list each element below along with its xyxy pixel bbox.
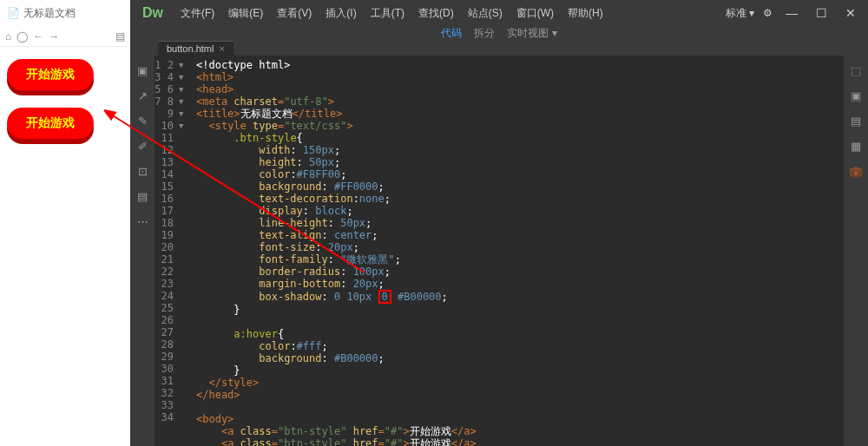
preview-panel: ⌂ ◯ ← → ▤ 开始游戏 开始游戏 — [0, 26, 130, 446]
menu-file[interactable]: 文件(F) — [175, 6, 220, 21]
file-tab-name: button.html — [167, 43, 214, 54]
menu-find[interactable]: 查找(D) — [413, 6, 459, 21]
code-content[interactable]: <!doctype html> <html> <head> <meta char… — [189, 56, 868, 446]
preview-button-1[interactable]: 开始游戏 — [7, 59, 94, 90]
code-area: 代码 拆分 实时视图 ▾ button.html × ▣ ↗ ✎ ✐ ⊡ ▤ ⋯… — [130, 26, 868, 446]
settings-icon[interactable]: ⚙ — [763, 7, 773, 19]
tool-rocket-icon[interactable]: ↗ — [138, 89, 148, 102]
forward-icon[interactable]: → — [49, 30, 59, 43]
tool-ruler-icon[interactable]: ▦ — [851, 140, 861, 153]
minimize-button[interactable]: — — [781, 6, 802, 20]
menu-insert[interactable]: 插入(I) — [320, 6, 361, 21]
preview-content: 开始游戏 开始游戏 — [0, 47, 130, 151]
tool-dom-icon[interactable]: ▣ — [137, 64, 148, 77]
maximize-button[interactable]: ☐ — [811, 6, 832, 20]
tool-panel-icon[interactable]: ▤ — [137, 190, 148, 203]
main-menu: 文件(F) 编辑(E) 查看(V) 插入(I) 工具(T) 查找(D) 站点(S… — [175, 6, 608, 21]
menu-view[interactable]: 查看(V) — [272, 6, 317, 21]
view-tab-code[interactable]: 代码 — [441, 26, 462, 41]
app-logo: Dw — [130, 5, 175, 21]
preview-button-2[interactable]: 开始游戏 — [7, 108, 94, 139]
main-area: ⌂ ◯ ← → ▤ 开始游戏 开始游戏 代码 拆分 实时视图 ▾ button.… — [0, 26, 868, 446]
title-area: 📄 无标题文档 — [0, 0, 130, 26]
tool-brush-icon[interactable]: ✐ — [138, 140, 148, 153]
tool-files-icon[interactable]: ▣ — [851, 89, 861, 102]
top-right-controls: 标准 ▾ ⚙ — ☐ ✕ — [726, 6, 868, 21]
top-menu-bar: 📄 无标题文档 Dw 文件(F) 编辑(E) 查看(V) 插入(I) 工具(T)… — [0, 0, 868, 26]
line-numbers: 1 2 3 4 5 6 7 8 9 10 11 12 13 14 15 16 1… — [155, 56, 179, 446]
menu-site[interactable]: 站点(S) — [463, 6, 508, 21]
tool-css-icon[interactable]: ⬚ — [851, 64, 861, 77]
fold-gutter[interactable]: ▼ ▼ ▼ ▼ ▼ ▼ — [179, 56, 189, 446]
file-tab-row: button.html × — [130, 41, 868, 56]
close-button[interactable]: ✕ — [840, 6, 861, 20]
refresh-icon[interactable]: ◯ — [16, 30, 28, 43]
view-tab-bar: 代码 拆分 实时视图 ▾ — [130, 26, 868, 41]
more-icon[interactable]: ▤ — [115, 30, 125, 43]
back-icon[interactable]: ← — [33, 30, 43, 43]
window-title: 无标题文档 — [23, 6, 76, 21]
left-toolbar: ▣ ↗ ✎ ✐ ⊡ ▤ ⋯ — [130, 56, 155, 446]
workspace-switcher[interactable]: 标准 ▾ — [726, 6, 754, 21]
preview-toolbar: ⌂ ◯ ← → ▤ — [0, 26, 130, 47]
tool-search-icon[interactable]: ⊡ — [138, 165, 148, 178]
view-tab-live[interactable]: 实时视图 ▾ — [507, 26, 556, 41]
home-icon[interactable]: ⌂ — [5, 30, 11, 43]
tab-close-icon[interactable]: × — [219, 43, 224, 54]
menu-window[interactable]: 窗口(W) — [511, 6, 559, 21]
tool-assets-icon[interactable]: ▤ — [851, 115, 861, 128]
view-tab-split[interactable]: 拆分 — [474, 26, 495, 41]
menu-help[interactable]: 帮助(H) — [562, 6, 608, 21]
menu-tools[interactable]: 工具(T) — [365, 6, 410, 21]
tool-wand-icon[interactable]: ✎ — [138, 115, 148, 128]
menu-edit[interactable]: 编辑(E) — [223, 6, 268, 21]
editor[interactable]: ▣ ↗ ✎ ✐ ⊡ ▤ ⋯ 1 2 3 4 5 6 7 8 9 10 11 12… — [130, 56, 868, 446]
file-tab[interactable]: button.html × — [158, 41, 233, 56]
right-toolbar: ⬚ ▣ ▤ ▦ 💼 — [844, 56, 868, 446]
tool-briefcase-icon[interactable]: 💼 — [849, 165, 863, 178]
more-icon[interactable]: ⋯ — [137, 215, 148, 228]
document-icon: 📄 — [7, 7, 20, 19]
